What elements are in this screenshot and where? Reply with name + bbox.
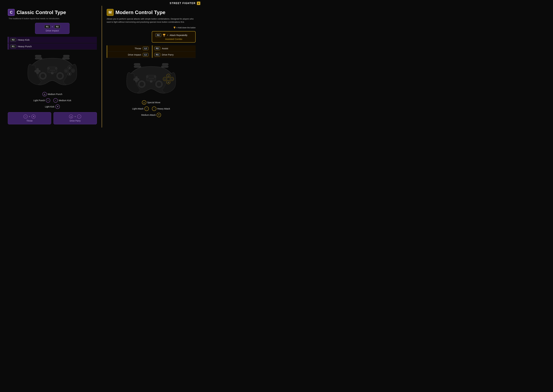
svg-point-7 xyxy=(50,70,51,70)
classic-r1-key: R1 xyxy=(10,45,16,48)
modern-panel: M Modern Control Type Allows you to perf… xyxy=(102,6,200,127)
classic-heavy-kick-row: R2 Heavy Kick xyxy=(8,37,97,43)
svg-text:✕: ✕ xyxy=(69,73,70,75)
modern-bottom-labels: △ Special Move Light Attack □ ○ Heavy At… xyxy=(107,99,196,118)
classic-r2-key: R2 xyxy=(10,38,16,42)
classic-title: Classic Control Type xyxy=(17,10,66,15)
modern-drive-parry-label: Drive Parry xyxy=(162,53,174,56)
modern-attack-repeatedly: Attack Repeatedly xyxy=(170,34,187,36)
svg-rect-27 xyxy=(134,66,141,68)
brand-name: STREET FIGHTER xyxy=(170,2,196,5)
svg-point-14 xyxy=(40,73,45,78)
classic-throw-label: Throw xyxy=(10,119,50,122)
modern-drive-impact-row: Drive Impact L1 xyxy=(107,52,150,58)
brand-icon: 6 xyxy=(197,1,200,5)
svg-text:PS: PS xyxy=(51,72,53,74)
svg-rect-1 xyxy=(35,55,41,57)
svg-point-52 xyxy=(146,76,148,77)
svg-point-8 xyxy=(52,70,52,70)
modern-throw-label: Throw xyxy=(135,47,141,50)
modern-controller-svg: PS △ □ ○ xyxy=(123,61,179,95)
classic-throw-key1: □ xyxy=(23,114,28,119)
classic-light-punch: Light Punch □ xyxy=(33,98,50,103)
svg-rect-2 xyxy=(63,57,70,59)
modern-medium-attack-label: Medium Attack xyxy=(141,114,156,116)
classic-heavy-punch-label: Heavy Punch xyxy=(18,45,32,48)
classic-throw-plus: + xyxy=(29,115,30,118)
svg-point-16 xyxy=(57,73,63,78)
svg-point-43 xyxy=(156,82,162,87)
modern-controller-area: PS △ □ ○ xyxy=(107,58,196,98)
modern-assist-label: Assist xyxy=(162,47,168,50)
classic-parry-key1: △ xyxy=(69,114,73,119)
modern-l1-badge: L1 xyxy=(143,53,149,56)
modern-l2-badge: L2 xyxy=(143,47,149,50)
classic-light-kick-label: Light Kick xyxy=(45,105,55,108)
svg-point-36 xyxy=(152,78,152,79)
classic-drive-impact-box: R1 + R2 Drive Impact xyxy=(35,23,70,34)
modern-x-btn: ✕ xyxy=(157,113,161,117)
modern-throw-row: Throw L2 xyxy=(107,45,150,52)
modern-r1-key: R1 xyxy=(154,53,160,56)
modern-right-buttons: R2 Assist R1 Drive Parry xyxy=(152,45,196,58)
svg-point-26 xyxy=(55,67,57,69)
modern-special-move: △ Special Move xyxy=(142,100,160,105)
classic-r2-badge: R2 xyxy=(54,25,60,28)
modern-r2-key: R2 xyxy=(154,47,160,50)
classic-subtitle: The traditional 6 button layout that nee… xyxy=(8,17,97,20)
classic-heavy-kick-label: Heavy Kick xyxy=(18,38,29,41)
modern-drive-impact-label: Drive Impact xyxy=(128,53,141,56)
modern-r2-badge: R2 xyxy=(155,33,161,37)
classic-r1-badge: R1 xyxy=(44,25,50,28)
classic-medium-kick: ○ Medium Kick xyxy=(53,98,71,103)
classic-medium-punch: △ Medium Punch xyxy=(43,92,62,96)
classic-parry-key2: ○ xyxy=(77,114,81,119)
modern-button-columns: Throw L2 Drive Impact L1 R2 Assist R1 Dr… xyxy=(107,45,196,58)
svg-rect-32 xyxy=(134,78,139,80)
classic-drive-impact-label: Drive Impact xyxy=(38,29,66,32)
svg-point-41 xyxy=(139,82,144,87)
classic-light-kick: Light Kick ✕ xyxy=(45,105,60,109)
modern-hold-icon: 🏆 xyxy=(163,34,166,37)
svg-point-35 xyxy=(150,78,151,79)
modern-heavy-attack-label: Heavy Attack xyxy=(157,107,170,110)
svg-text:○: ○ xyxy=(171,78,172,80)
top-bar: STREET FIGHTER 6 xyxy=(0,0,203,6)
modern-subtitle: Allows you to perform special attacks wi… xyxy=(107,17,196,23)
classic-square-btn: □ xyxy=(46,98,50,103)
classic-controller-svg: PS △ □ ○ xyxy=(24,53,80,87)
classic-parry-plus: + xyxy=(74,115,76,118)
modern-triangle-btn: △ xyxy=(142,100,146,105)
svg-text:□: □ xyxy=(164,78,165,80)
modern-assisted-combo-keys: R2 🏆 + Attack Repeatedly xyxy=(155,33,192,37)
svg-rect-29 xyxy=(161,66,168,68)
classic-medium-kick-label: Medium Kick xyxy=(59,99,71,102)
svg-text:○: ○ xyxy=(72,70,74,72)
classic-bottom-labels: △ Medium Punch Light Punch □ ○ Medium Ki… xyxy=(8,91,97,110)
modern-icon: M xyxy=(107,9,113,16)
classic-icon: C xyxy=(8,9,15,16)
classic-light-punch-label: Light Punch xyxy=(33,99,45,102)
svg-point-10 xyxy=(54,70,55,70)
classic-heavy-punch-row: R1 Heavy Punch xyxy=(8,43,97,49)
svg-point-34 xyxy=(149,78,150,79)
classic-throw-key2: ✕ xyxy=(31,114,35,119)
modern-special-move-label: Special Move xyxy=(147,101,160,104)
classic-drive-parry-box: △ + ○ Drive Parry xyxy=(54,112,97,124)
svg-point-53 xyxy=(154,76,156,77)
modern-heavy-attack: ○ Heavy Attack xyxy=(152,106,170,111)
modern-left-buttons: Throw L2 Drive Impact L1 xyxy=(107,45,150,58)
svg-text:△: △ xyxy=(168,75,169,77)
modern-light-attack-label: Light Attack xyxy=(132,107,143,110)
svg-point-37 xyxy=(153,78,154,79)
classic-panel: C Classic Control Type The traditional 6… xyxy=(3,6,102,127)
modern-title: Modern Control Type xyxy=(115,10,165,15)
modern-header: M Modern Control Type xyxy=(107,9,196,16)
modern-medium-attack: Medium Attack ✕ xyxy=(141,113,161,117)
svg-text:△: △ xyxy=(69,67,70,69)
classic-medium-punch-label: Medium Punch xyxy=(48,93,62,95)
classic-throw-box: □ + ✕ Throw xyxy=(8,112,51,124)
classic-x-btn: ✕ xyxy=(55,105,60,109)
classic-triangle-btn: △ xyxy=(43,92,47,96)
modern-assisted-combo-box: R2 🏆 + Attack Repeatedly Assisted Combo xyxy=(152,31,196,42)
